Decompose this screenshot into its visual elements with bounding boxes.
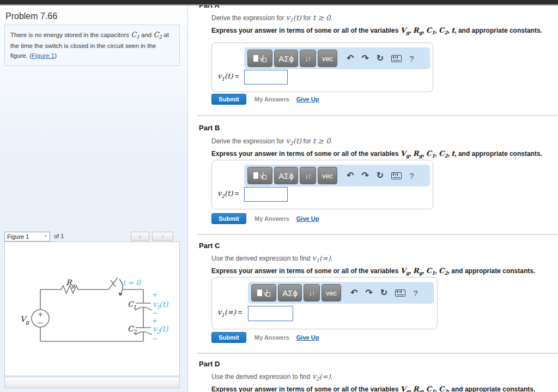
capacitor1-label-sub: 1 xyxy=(133,304,136,310)
problem-title: Problem 7.66 xyxy=(5,11,57,21)
part-section-c: Part C Use the derived expression to fin… xyxy=(189,234,558,353)
chevron-right-icon: › xyxy=(161,232,163,240)
greek-symbols-button[interactable]: ΑΣϕ xyxy=(278,284,302,301)
figure-select-wrap: Figure 1 ⌄ xyxy=(4,231,50,241)
submit-button[interactable]: Submit xyxy=(211,213,246,224)
keyboard-icon[interactable] xyxy=(391,55,402,62)
keyboard-icon[interactable] xyxy=(391,172,402,179)
part-heading: Part D xyxy=(199,360,220,368)
top-dark-bar xyxy=(0,0,558,5)
figure-caption-strip xyxy=(4,377,180,388)
v2-label-arg: (t) xyxy=(159,324,169,333)
answer-panel: √ ΑΣϕ ↓↑ vec ↶ ↷ ↻ ? v1(∞) = xyxy=(211,277,438,329)
keyboard-icon[interactable] xyxy=(395,290,405,297)
equation-toolbar: √ ΑΣϕ ↓↑ vec ↶ ↷ ↻ ? xyxy=(244,47,430,69)
undo-icon[interactable]: ↶ xyxy=(347,54,354,63)
chevron-left-icon: ‹ xyxy=(139,232,141,240)
help-icon[interactable]: ? xyxy=(409,55,414,63)
v1-minus-sign: − xyxy=(152,309,157,317)
part-prompt: Derive the expression for v2(t) for t ≥ … xyxy=(211,137,332,146)
give-up-link[interactable]: Give Up xyxy=(296,96,319,102)
part-heading: Part B xyxy=(199,124,220,132)
problem-sidebar: Problem 7.66 There is no energy stored i… xyxy=(0,5,188,392)
part-express: Express your answer in terms of some or … xyxy=(211,385,535,392)
part-prompt: Use the derived expression to find v2(∞)… xyxy=(211,372,332,382)
subscript-superscript-button[interactable]: ↓↑ xyxy=(300,50,316,67)
answer-label: v1(∞) = xyxy=(217,308,242,318)
filled-square-icon xyxy=(257,290,262,296)
switch-time-label: t = 0 xyxy=(123,279,141,287)
figure-toolbar: Figure 1 ⌄ of 1 ‹ › xyxy=(0,231,188,242)
reset-icon[interactable]: ↻ xyxy=(380,288,387,297)
help-icon[interactable]: ? xyxy=(409,172,414,180)
redo-icon[interactable]: ↷ xyxy=(361,54,368,63)
my-answers-label[interactable]: My Answers xyxy=(254,96,289,102)
actions-row: Submit My Answers Give Up xyxy=(211,332,319,343)
switch-arrowhead xyxy=(118,292,123,296)
reset-icon[interactable]: ↻ xyxy=(377,54,384,63)
part-section-a: Part A Derive the expression for v1(t) f… xyxy=(189,0,558,115)
source-label-sub: g xyxy=(26,319,30,325)
help-icon[interactable]: ? xyxy=(413,289,417,297)
section-divider xyxy=(197,234,558,235)
circuit-figure: + − R g t = 0 V g C 1 v 1 (t) + − xyxy=(5,242,179,376)
submit-button[interactable]: Submit xyxy=(211,332,246,343)
part-heading: Part C xyxy=(199,242,220,250)
reset-icon[interactable]: ↻ xyxy=(377,171,384,180)
give-up-link[interactable]: Give Up xyxy=(296,334,319,341)
my-answers-label[interactable]: My Answers xyxy=(254,215,289,222)
answer-input[interactable] xyxy=(248,306,293,321)
section-divider xyxy=(197,115,558,116)
my-answers-label[interactable]: My Answers xyxy=(254,334,289,341)
section-divider xyxy=(197,353,558,354)
redo-icon[interactable]: ↷ xyxy=(365,288,372,297)
v1-label-arg: (t) xyxy=(159,300,169,309)
answer-input[interactable] xyxy=(244,70,288,85)
greek-symbols-button[interactable]: ΑΣϕ xyxy=(274,50,298,67)
part-prompt: Use the derived expression to find v1(∞)… xyxy=(211,254,332,263)
submit-button[interactable]: Submit xyxy=(211,94,246,105)
part-express: Express your answer in terms of some or … xyxy=(211,26,542,35)
part-express: Express your answer in terms of some or … xyxy=(211,149,542,159)
actions-row: Submit My Answers Give Up xyxy=(211,94,319,105)
subscript-superscript-button[interactable]: ↓↑ xyxy=(300,167,316,184)
vector-button[interactable]: vec xyxy=(318,167,337,184)
filled-square-icon xyxy=(253,172,258,179)
open-square-icon xyxy=(266,292,270,297)
problem-description: There is no energy stored in the capacit… xyxy=(4,25,180,66)
capacitor2-label-sub: 2 xyxy=(133,329,137,335)
undo-icon[interactable]: ↶ xyxy=(350,288,357,297)
part-section-b: Part B Derive the expression for v2(t) f… xyxy=(189,115,558,234)
equation-toolbar: √ ΑΣϕ ↓↑ vec ↶ ↷ ↻ ? xyxy=(244,165,430,186)
redo-icon[interactable]: ↷ xyxy=(361,171,368,180)
undo-icon[interactable]: ↶ xyxy=(347,171,354,180)
figure-link[interactable]: Figure 1 xyxy=(32,52,54,59)
filled-square-icon xyxy=(253,55,258,62)
source-minus-sign: − xyxy=(38,319,43,327)
vector-button[interactable]: vec xyxy=(318,50,337,67)
equation-templates-button[interactable]: √ xyxy=(247,167,272,184)
homework-page: Problem 7.66 There is no energy stored i… xyxy=(0,0,558,392)
part-section-d: Part D Use the derived expression to fin… xyxy=(189,353,558,392)
figure-panel: + − R g t = 0 V g C 1 v 1 (t) + − xyxy=(4,242,180,376)
v2-minus-sign: − xyxy=(152,335,157,342)
previous-figure-button[interactable]: ‹ xyxy=(131,232,149,241)
v2-plus-sign: + xyxy=(152,317,157,325)
greek-symbols-button[interactable]: ΑΣϕ xyxy=(274,167,298,184)
source-plus-sign: + xyxy=(38,311,43,318)
next-figure-button[interactable]: › xyxy=(152,232,173,241)
equation-templates-button[interactable]: √ xyxy=(247,50,272,67)
answer-label: v2(t) = xyxy=(217,189,239,199)
vector-button[interactable]: vec xyxy=(322,284,341,301)
actions-row: Submit My Answers Give Up xyxy=(211,213,319,224)
answer-label: v1(t) = xyxy=(217,72,239,82)
open-square-icon xyxy=(263,175,266,179)
equation-templates-button[interactable]: √ xyxy=(251,284,276,301)
v1-plus-sign: + xyxy=(152,291,157,299)
subscript-superscript-button[interactable]: ↓↑ xyxy=(304,284,320,301)
part-express: Express your answer in terms of some or … xyxy=(211,267,535,276)
give-up-link[interactable]: Give Up xyxy=(296,215,319,222)
answer-input[interactable] xyxy=(244,187,288,202)
answer-panel: √ ΑΣϕ ↓↑ vec ↶ ↷ ↻ ? v2(t) = xyxy=(211,160,433,209)
figure-select[interactable]: Figure 1 xyxy=(4,232,50,242)
